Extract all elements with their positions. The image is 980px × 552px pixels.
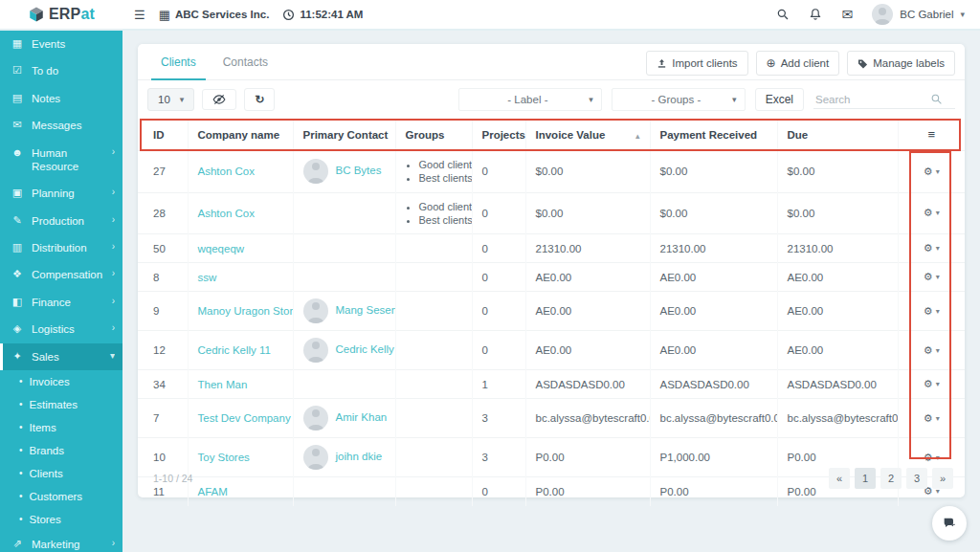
row-actions-button[interactable]: ⚙▾ [924,207,940,219]
pagination-next[interactable]: » [932,468,953,489]
sidebar-item-human-resource[interactable]: ☻Human Resource› [0,140,122,181]
cell-due: AE0.00 [777,292,898,331]
envelope-icon: ✉ [11,119,24,132]
sidebar-item-label: Logistics [32,322,75,336]
refresh-button[interactable]: ↻ [244,88,275,111]
label-filter-select[interactable]: - Label - ▾ [458,88,602,111]
cell-groups [395,331,472,370]
topbar-left: ☰ ▦ ABC Services Inc. 11:52:41 AM [122,8,363,22]
chat-button[interactable] [932,506,967,541]
sidebar-item-messages[interactable]: ✉Messages [0,112,122,139]
pagination-page-1[interactable]: 1 [855,468,876,489]
page-size-select[interactable]: 10 ▾ [147,88,194,111]
search-input[interactable] [815,94,930,105]
company-link[interactable]: ssw [198,272,217,283]
contact-link[interactable]: Cedric Kelly [336,343,394,355]
row-actions-button[interactable]: ⚙▾ [924,242,940,254]
notifications-button[interactable] [809,8,822,21]
contact-link[interactable]: BC Bytes [336,165,382,176]
add-client-button[interactable]: ⊕ Add client [756,51,840,76]
sidebar-item-planning[interactable]: ▣Planning› [0,180,122,207]
chevron-right-icon: › [112,296,115,308]
sidebar-item-estimates[interactable]: •Estimates [0,393,122,416]
tag-icon [858,58,868,69]
row-actions-button[interactable]: ⚙▾ [924,412,940,425]
topbar-right: ✉ BC Gabriel ▾ [776,4,980,25]
sidebar-item-customers[interactable]: •Customers [0,485,122,508]
col-header-invoice[interactable]: Invoice Value▴ [525,119,650,151]
sidebar-item-todo[interactable]: ☑To do [0,57,122,84]
cell-actions: ⚙▾ [898,399,965,438]
messages-button[interactable]: ✉ [841,7,853,22]
import-clients-button[interactable]: Import clients [646,51,747,76]
sidebar-item-events[interactable]: ▦Events [0,31,122,57]
search-button[interactable] [776,8,790,21]
pagination-page-2[interactable]: 2 [880,468,902,489]
col-header-projects[interactable]: Projects [472,119,525,151]
company-link[interactable]: Ashton Cox [198,166,255,177]
cogs-icon: ⚙ [924,271,933,283]
pagination-prev[interactable]: « [829,468,850,489]
row-actions-button[interactable]: ⚙▾ [924,378,940,390]
company-link[interactable]: Ashton Cox [198,208,255,219]
main-content: Clients Contacts Import clients ⊕ Add cl… [122,33,980,552]
manage-labels-button[interactable]: Manage labels [847,51,955,76]
chevron-right-icon: › [112,214,115,227]
col-header-contact[interactable]: Primary Contact [293,119,395,151]
label-filter-value: - Label - [507,94,547,105]
contact-link[interactable]: Mang Seseng [336,304,396,316]
chevron-right-icon: › [112,146,115,159]
user-menu[interactable]: BC Gabriel ▾ [872,4,965,25]
col-header-id[interactable]: ID [138,119,188,151]
col-header-due[interactable]: Due [777,119,898,151]
menu-toggle-icon[interactable]: ☰ [134,8,145,22]
cell-projects: 0 [472,331,525,370]
sidebar-item-logistics[interactable]: ◈Logistics› [0,316,122,342]
sidebar-item-clients[interactable]: •Clients [0,462,122,485]
col-header-company[interactable]: Company name [188,119,293,151]
row-actions-button[interactable]: ⚙▾ [924,271,940,283]
row-actions-button[interactable]: ⚙▾ [924,344,940,357]
company-link[interactable]: Cedric Kelly 11 [198,344,272,356]
col-header-groups[interactable]: Groups [395,119,472,151]
sidebar-item-brands[interactable]: •Brands [0,439,122,462]
cell-due: $0.00 [777,192,898,234]
bullet-icon: • [19,514,23,524]
sidebar-item-marketing[interactable]: ⇗Marketing› [0,531,122,552]
sidebar-item-stores[interactable]: •Stores [0,508,122,531]
sidebar-item-label: Finance [32,296,71,309]
sidebar-item-sales[interactable]: ✦Sales▾ [0,343,122,370]
sidebar-item-production[interactable]: ✎Production› [0,208,122,234]
group-item: Good clients [419,158,462,171]
app-logo[interactable]: ERPat [0,0,122,30]
sidebar-subitem-label: Stores [30,514,61,525]
sidebar-item-items[interactable]: •Items [0,416,122,439]
sidebar-item-invoices[interactable]: •Invoices [0,370,122,393]
clock-icon [282,9,295,21]
pagination: « 1 2 3 » [829,468,953,489]
company-link[interactable]: Manoy Uragon Store [198,305,294,317]
company-link[interactable]: Then Man [198,379,248,390]
company-selector[interactable]: ▦ ABC Services Inc. [159,8,270,22]
sidebar-item-label: Production [32,214,84,228]
sidebar-item-notes[interactable]: ▤Notes [0,85,122,112]
excel-export-button[interactable]: Excel [755,88,804,111]
toggle-columns-button[interactable] [202,89,236,110]
row-actions-button[interactable]: ⚙▾ [924,305,940,318]
groups-filter-select[interactable]: - Groups - ▾ [612,88,746,111]
tab-contacts[interactable]: Contacts [210,44,281,79]
row-actions-button[interactable]: ⚙▾ [924,166,940,178]
company-link[interactable]: Test Dev Company [198,412,291,424]
company-link[interactable]: wqeqeqw [198,243,245,254]
contact-link[interactable]: Amir Khan [336,411,388,423]
sidebar-item-compensation[interactable]: ❖Compensation› [0,261,122,288]
col-header-payment[interactable]: Payment Received [650,119,777,151]
sidebar-item-finance[interactable]: ◧Finance› [0,289,122,316]
tab-clients[interactable]: Clients [147,44,210,79]
sidebar-item-distribution[interactable]: ▥Distribution› [0,234,122,261]
column-settings-button[interactable]: ≡ [898,119,965,151]
sidebar-subitem-label: Items [30,422,56,433]
pagination-page-3[interactable]: 3 [906,468,927,489]
cell-company: wqeqeqw [188,234,293,263]
cell-groups [395,292,472,331]
